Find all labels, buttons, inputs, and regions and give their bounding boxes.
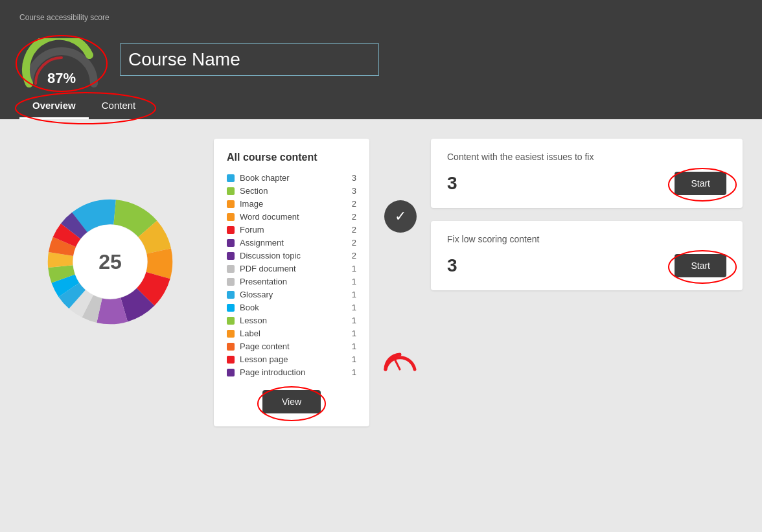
view-button[interactable]: View [262, 390, 321, 413]
item-dot [227, 356, 235, 364]
low-scoring-start-button[interactable]: Start [675, 254, 726, 277]
nav-tabs: Overview Content [19, 93, 743, 119]
score-section: 87% [19, 38, 104, 87]
tab-content[interactable]: Content [89, 93, 149, 119]
donut-total: 25 [98, 250, 122, 274]
item-count: 1 [352, 329, 356, 338]
item-label: Forum [240, 225, 264, 235]
donut-section: 25 [19, 139, 201, 333]
item-count: 2 [352, 251, 356, 260]
easy-fix-row: 3 Start [447, 172, 726, 195]
list-item: Book 1 [227, 303, 356, 312]
easy-fix-btn-wrapper: Start [675, 172, 726, 195]
item-label: Word document [240, 212, 299, 222]
item-label: Page introduction [240, 367, 305, 377]
list-item: Discussion topic 2 [227, 251, 356, 260]
item-count: 1 [352, 264, 356, 273]
item-count: 1 [352, 316, 356, 325]
list-item: Label 1 [227, 329, 356, 338]
list-item: Image 2 [227, 199, 356, 209]
item-label: Assignment [240, 238, 284, 248]
list-item: Word document 2 [227, 212, 356, 222]
item-label: Discussion topic [240, 251, 301, 260]
item-dot [227, 200, 235, 208]
item-label: Glossary [240, 290, 273, 299]
easy-fix-count: 3 [447, 173, 457, 194]
item-dot [227, 317, 235, 325]
item-count: 1 [352, 303, 356, 312]
list-item: Presentation 1 [227, 277, 356, 286]
donut-chart: 25 [39, 191, 181, 333]
low-scoring-card: Fix low scoring content 3 Start [431, 221, 743, 290]
content-list: Book chapter 3 Section 3 Image 2 Word do… [227, 173, 356, 377]
course-name-input[interactable] [120, 43, 379, 76]
item-dot [227, 265, 235, 273]
easy-fix-card: Content with the easiest issues to fix 3… [431, 139, 743, 208]
item-count: 2 [352, 199, 356, 209]
item-dot [227, 330, 235, 338]
item-dot [227, 174, 235, 182]
check-icon-wrapper: ✓ [384, 152, 417, 281]
low-scoring-count: 3 [447, 255, 457, 276]
item-dot [227, 291, 235, 299]
item-dot [227, 343, 235, 351]
item-dot [227, 369, 235, 376]
item-label: Image [240, 199, 263, 209]
list-item: Page introduction 1 [227, 367, 356, 377]
list-item: PDF document 1 [227, 264, 356, 273]
list-item: Book chapter 3 [227, 173, 356, 183]
accessibility-score-label: Course accessibility score [19, 13, 743, 22]
low-scoring-title: Fix low scoring content [447, 234, 726, 244]
item-label: Lesson page [240, 354, 288, 364]
list-item: Section 3 [227, 186, 356, 196]
list-item: Assignment 2 [227, 238, 356, 248]
item-dot [227, 213, 235, 221]
item-dot [227, 304, 235, 312]
gauge-container: 87% [19, 38, 104, 87]
low-scoring-row: 3 Start [447, 254, 726, 277]
low-scoring-btn-wrapper: Start [675, 254, 726, 277]
item-count: 3 [352, 173, 356, 183]
item-label: Label [240, 329, 260, 338]
item-dot [227, 187, 235, 195]
score-value: 87% [47, 70, 76, 87]
item-label: Section [240, 186, 268, 196]
header: Course accessibility score 87% [0, 0, 762, 119]
item-count: 2 [352, 225, 356, 235]
tab-overview[interactable]: Overview [19, 93, 89, 119]
item-count: 1 [352, 341, 356, 351]
list-item: Page content 1 [227, 341, 356, 351]
item-label: PDF document [240, 264, 296, 273]
course-content-card: All course content Book chapter 3 Sectio… [214, 139, 369, 426]
course-content-title: All course content [227, 152, 356, 163]
item-count: 1 [352, 354, 356, 364]
item-dot [227, 226, 235, 234]
list-item: Forum 2 [227, 225, 356, 235]
item-count: 2 [352, 238, 356, 248]
easy-fix-start-button[interactable]: Start [675, 172, 726, 195]
item-label: Book [240, 303, 259, 312]
item-label: Book chapter [240, 173, 290, 183]
middle-icons: ✓ [382, 139, 418, 424]
item-count: 1 [352, 277, 356, 286]
item-count: 2 [352, 212, 356, 222]
list-item: Lesson page 1 [227, 354, 356, 364]
speed-icon-wrapper [382, 294, 418, 424]
item-label: Lesson [240, 316, 267, 325]
check-icon: ✓ [384, 200, 417, 233]
list-item: Lesson 1 [227, 316, 356, 325]
item-dot [227, 239, 235, 247]
main-content: 25 All course content Book chapter 3 Sec… [0, 119, 762, 446]
speed-gauge-icon [382, 345, 418, 374]
item-count: 3 [352, 186, 356, 196]
list-item: Glossary 1 [227, 290, 356, 299]
easy-fix-title: Content with the easiest issues to fix [447, 152, 726, 162]
item-dot [227, 278, 235, 286]
item-label: Page content [240, 341, 290, 351]
item-dot [227, 252, 235, 260]
item-label: Presentation [240, 277, 287, 286]
item-count: 1 [352, 290, 356, 299]
item-count: 1 [352, 367, 356, 377]
right-panel: Content with the easiest issues to fix 3… [431, 139, 743, 290]
